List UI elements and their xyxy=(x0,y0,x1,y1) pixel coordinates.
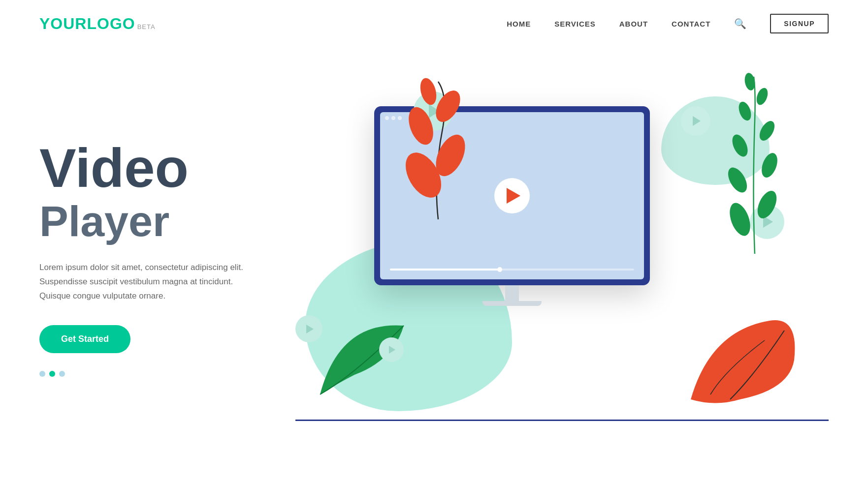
hero-content-left: Video Player Lorem ipsum dolor sit amet,… xyxy=(39,141,276,377)
leaf-orange-blob xyxy=(681,311,799,411)
nav-contact[interactable]: CONTACT xyxy=(672,20,710,28)
hero-desc-line1: Lorem ipsum dolor sit amet, consectetur … xyxy=(39,263,243,272)
dot-2[interactable] xyxy=(49,371,55,377)
stand-base xyxy=(482,301,542,306)
screen-dot-1 xyxy=(385,116,389,120)
svg-point-9 xyxy=(729,132,751,159)
progress-track xyxy=(390,269,634,271)
progress-thumb xyxy=(497,267,502,272)
hero-section: Video Player Lorem ipsum dolor sit amet,… xyxy=(0,47,868,451)
svg-point-4 xyxy=(418,77,439,107)
signup-button[interactable]: SIGNUP xyxy=(770,14,829,33)
screen-play-button[interactable] xyxy=(494,178,530,213)
progress-fill xyxy=(390,269,500,271)
progress-bar[interactable] xyxy=(390,269,634,271)
nav-about[interactable]: ABOUT xyxy=(619,20,648,28)
leaf-red-branch xyxy=(394,77,482,226)
pagination-dots xyxy=(39,371,276,377)
dot-1[interactable] xyxy=(39,371,45,377)
svg-point-5 xyxy=(726,200,754,239)
svg-point-2 xyxy=(404,104,438,148)
float-play-bottom-left[interactable] xyxy=(295,315,322,342)
search-icon[interactable]: 🔍 xyxy=(734,18,746,30)
float-play-bottom-center[interactable] xyxy=(379,337,404,362)
hero-desc-line2: Suspendisse suscipit vestibulum magna at… xyxy=(39,277,233,286)
logo: YOURLOGO BETA xyxy=(39,15,156,33)
svg-point-6 xyxy=(754,188,780,221)
svg-point-10 xyxy=(757,119,778,143)
logo-beta: BETA xyxy=(137,23,156,30)
dot-3[interactable] xyxy=(59,371,65,377)
nav-home[interactable]: HOME xyxy=(507,20,531,28)
get-started-button[interactable]: Get Started xyxy=(39,325,130,353)
logo-text: YOURLOGO xyxy=(39,15,135,33)
desk-line xyxy=(295,420,829,421)
hero-desc-line3: Quisque congue vulputate ornare. xyxy=(39,291,165,301)
svg-point-7 xyxy=(724,164,751,195)
svg-point-11 xyxy=(737,100,753,122)
hero-title-player: Player xyxy=(39,200,276,243)
svg-point-12 xyxy=(754,87,770,107)
stand-neck xyxy=(505,285,519,301)
hero-title-video: Video xyxy=(39,141,276,196)
monitor-stand xyxy=(374,285,650,306)
play-triangle-icon xyxy=(507,188,520,204)
nav-services[interactable]: SERVICES xyxy=(554,20,596,28)
float-play-top-right[interactable] xyxy=(681,106,710,136)
leaf-green-tree xyxy=(720,72,789,261)
header: YOURLOGO BETA HOME SERVICES ABOUT CONTAC… xyxy=(0,0,868,47)
hero-description: Lorem ipsum dolor sit amet, consectetur … xyxy=(39,261,256,303)
nav: HOME SERVICES ABOUT CONTACT 🔍 SIGNUP xyxy=(507,14,829,33)
hero-illustration xyxy=(276,67,829,451)
svg-point-8 xyxy=(759,151,780,180)
